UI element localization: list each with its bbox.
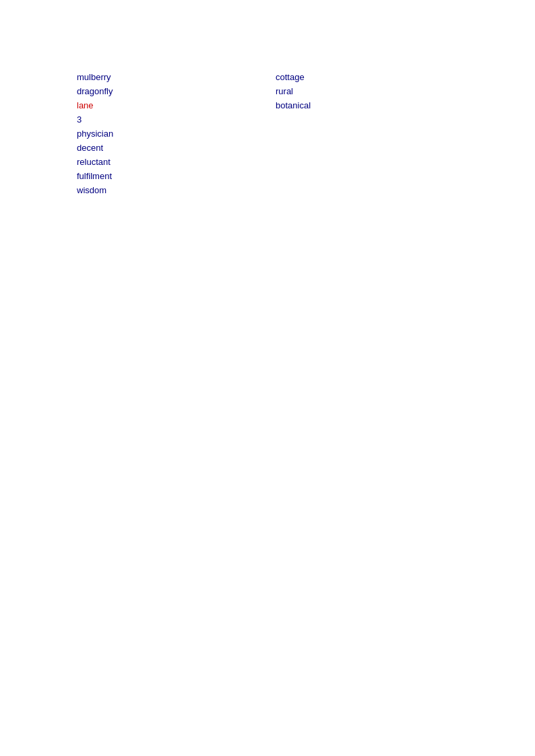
right-word-0: cottage [276,71,311,84]
page-content: mulberrydragonflylane3physiciandecentrel… [0,0,535,756]
right-word-1: rural [276,85,311,98]
left-word-2: lane [77,99,113,112]
left-word-list: mulberrydragonflylane3physiciandecentrel… [77,71,113,197]
right-word-list: cottageruralbotanical [276,71,311,112]
left-word-0: mulberry [77,71,113,84]
left-word-7: fulfilment [77,170,113,183]
right-word-2: botanical [276,99,311,112]
left-word-6: reluctant [77,156,113,169]
left-word-3: 3 [77,113,113,127]
left-word-5: decent [77,141,113,155]
left-word-1: dragonfly [77,85,113,98]
left-word-4: physician [77,127,113,141]
left-word-8: wisdom [77,184,113,197]
